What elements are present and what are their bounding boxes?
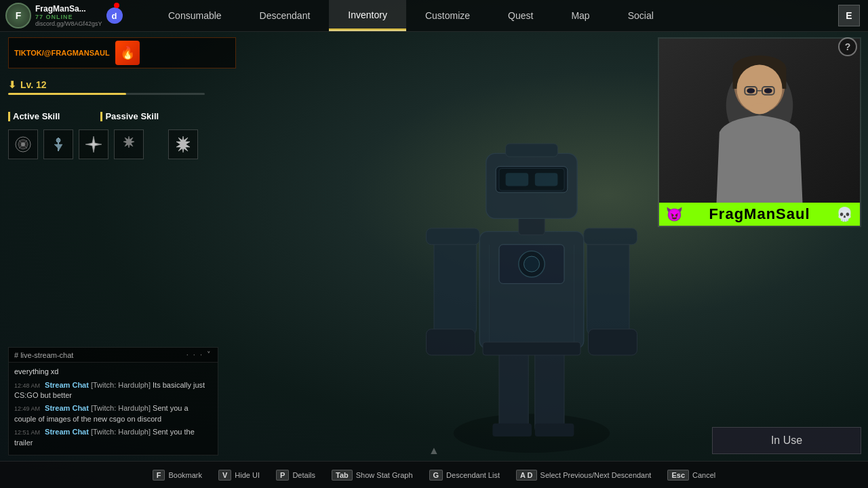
cancel-label: Cancel xyxy=(692,471,715,479)
bottom-action-cancel: Esc Cancel xyxy=(667,470,715,481)
tab-map[interactable]: Map xyxy=(552,0,608,31)
svg-rect-22 xyxy=(584,228,637,245)
tab-quest[interactable]: Quest xyxy=(489,0,552,31)
skill-icon-3[interactable] xyxy=(79,129,108,159)
svg-point-40 xyxy=(764,88,772,94)
discord-icon[interactable]: d xyxy=(106,7,123,24)
chat-options[interactable]: · · · ˅ xyxy=(186,350,212,359)
svg-rect-18 xyxy=(506,173,529,186)
svg-rect-10 xyxy=(434,238,476,336)
svg-rect-12 xyxy=(426,329,475,355)
webcam-name-bar: 😈 FragManSaul 💀 xyxy=(659,203,860,226)
user-info: F FragManSa... 77 ONLINE discord.gg/W8AG… xyxy=(0,3,149,28)
passive-skill-title: Passive Skill xyxy=(100,111,159,121)
tiktok-text: TIKTOK/@FRAGMANSAUL xyxy=(14,49,110,57)
skill-header: Active Skill Passive Skill xyxy=(8,111,236,121)
svg-rect-20 xyxy=(506,144,558,157)
svg-point-39 xyxy=(747,88,755,94)
bottom-action-details: P Details xyxy=(276,470,315,481)
skill-icon-4[interactable] xyxy=(114,129,144,159)
nav-right: E xyxy=(830,5,868,26)
settings-button[interactable]: E xyxy=(838,5,860,26)
level-label: ⬇ Lv. 12 xyxy=(8,79,236,90)
details-label: Details xyxy=(292,471,315,479)
bottom-action-descendant-list: G Descendant List xyxy=(429,470,500,481)
svg-rect-19 xyxy=(535,173,558,186)
tab-consumable[interactable]: Consumable xyxy=(149,0,241,31)
passive-icon-1[interactable] xyxy=(168,129,198,159)
bottom-action-select-descendant: A D Select Previous/Next Descendant xyxy=(516,470,651,481)
svg-rect-4 xyxy=(535,424,574,436)
skill-icon-1[interactable] xyxy=(8,129,38,159)
level-value: Lv. 12 xyxy=(20,79,47,90)
tab-social[interactable]: Social xyxy=(609,0,673,31)
top-navigation: F FragManSa... 77 ONLINE discord.gg/W8AG… xyxy=(0,0,868,32)
tab-inventory[interactable]: Inventory xyxy=(329,0,406,31)
bracket-2: [Twitch: Hardulph] xyxy=(91,404,153,412)
skills-section: Active Skill Passive Skill xyxy=(8,111,236,159)
svg-point-8 xyxy=(524,256,539,272)
username: FragManSa... xyxy=(35,4,102,14)
chat-message-1: 12:48 AM Stream Chat [Twitch: Hardulph] … xyxy=(14,380,212,401)
streamer-right-icon: 💀 xyxy=(836,206,853,222)
chat-messages: everything xd 12:48 AM Stream Chat [Twit… xyxy=(9,363,218,455)
level-bar xyxy=(8,93,205,95)
sender-3: Stream Chat xyxy=(45,428,89,436)
help-button[interactable]: ? xyxy=(838,37,857,56)
character-silhouette xyxy=(369,54,694,461)
bracket-3: [Twitch: Hardulph] xyxy=(91,428,153,436)
stat-graph-label: Show Stat Graph xyxy=(356,471,413,479)
plain-text-0: everything xd xyxy=(14,367,58,375)
svg-rect-11 xyxy=(587,238,629,336)
skill-icons-row xyxy=(8,129,236,159)
hide-ui-label: Hide UI xyxy=(235,471,260,479)
streamer-left-icon: 😈 xyxy=(666,206,683,222)
level-bar-fill xyxy=(8,93,126,95)
chat-message-3: 12:51 AM Stream Chat [Twitch: Hardulph] … xyxy=(14,427,212,448)
key-v: V xyxy=(218,470,231,481)
webcam-overlay: 😈 FragManSaul 💀 xyxy=(658,37,861,227)
bottom-action-stat-graph: Tab Show Stat Graph xyxy=(332,470,413,481)
tab-descendant[interactable]: Descendant xyxy=(241,0,330,31)
key-p: P xyxy=(276,470,289,481)
timestamp-2: 12:49 AM xyxy=(14,405,40,412)
webcam-bg xyxy=(659,39,860,226)
webcam-person xyxy=(659,39,860,226)
in-use-button[interactable]: In Use xyxy=(712,427,861,454)
key-tab: Tab xyxy=(332,470,353,481)
active-skill-title: Active Skill xyxy=(8,111,60,121)
online-status: 77 ONLINE xyxy=(35,14,102,20)
user-text: FragManSa... 77 ONLINE discord.gg/W8AGf4… xyxy=(35,4,102,27)
tiktok-avatar: 🔥 xyxy=(115,41,140,65)
svg-rect-13 xyxy=(589,329,637,355)
svg-rect-1 xyxy=(499,342,528,433)
level-section: ⬇ Lv. 12 xyxy=(8,77,236,103)
chat-message-2: 12:49 AM Stream Chat [Twitch: Hardulph] … xyxy=(14,403,212,424)
svg-point-28 xyxy=(56,138,60,142)
skill-icon-2[interactable] xyxy=(43,129,73,159)
chat-channel-name: # live-stream-chat xyxy=(14,351,73,359)
svg-rect-21 xyxy=(426,228,479,245)
level-arrow: ⬇ xyxy=(8,79,16,90)
avatar: F xyxy=(5,3,31,28)
bottom-action-bookmark: F Bookmark xyxy=(153,470,202,481)
svg-rect-9 xyxy=(483,342,580,355)
bottom-bar: F Bookmark V Hide UI P Details Tab Show … xyxy=(0,461,868,488)
key-ad: A D xyxy=(516,470,537,481)
key-esc: Esc xyxy=(667,470,689,481)
chat-panel: # live-stream-chat · · · ˅ everything xd… xyxy=(8,347,218,455)
user-id: discord.gg/W8AGf42gsY xyxy=(35,20,102,27)
select-descendant-label: Select Previous/Next Descendant xyxy=(540,471,652,479)
tab-customize[interactable]: Customize xyxy=(406,0,489,31)
timestamp-3: 12:51 AM xyxy=(14,429,40,436)
tiktok-banner: TIKTOK/@FRAGMANSAUL 🔥 xyxy=(8,37,236,68)
descendant-list-label: Descendant List xyxy=(446,471,500,479)
svg-point-27 xyxy=(21,142,25,146)
chat-header: # live-stream-chat · · · ˅ xyxy=(9,348,218,363)
svg-point-41 xyxy=(749,104,770,115)
key-g: G xyxy=(429,470,443,481)
sender-1: Stream Chat xyxy=(45,381,89,389)
chat-message-0: everything xd xyxy=(14,367,212,377)
scroll-indicator: ▲ xyxy=(429,445,439,457)
notification-dot xyxy=(114,3,119,8)
